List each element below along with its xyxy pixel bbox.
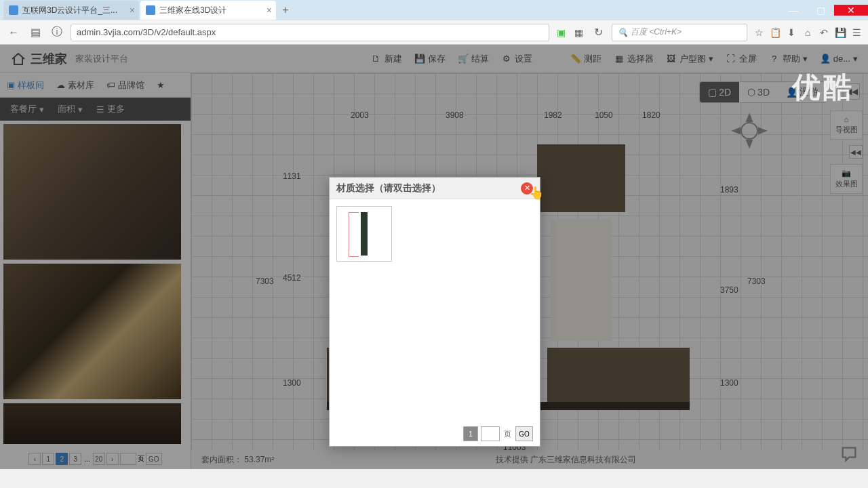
url-text: admin.3vjia.com/3D/v2/default.aspx xyxy=(77,27,216,37)
window-maximize-button[interactable]: ▢ xyxy=(807,5,834,16)
clipboard-icon[interactable]: 📋 xyxy=(769,26,781,39)
window-close-button[interactable]: ✕ xyxy=(834,5,868,16)
modal-body xyxy=(330,199,540,422)
browser-tab-2[interactable]: 三维家在线3D设计 × xyxy=(140,1,276,20)
modal-close-button[interactable]: ✕ xyxy=(521,182,533,195)
undo-icon[interactable]: ↶ xyxy=(818,26,830,39)
tab-favicon xyxy=(146,5,155,15)
material-preview xyxy=(361,212,368,256)
tab-favicon xyxy=(9,5,18,15)
save-page-icon[interactable]: 💾 xyxy=(834,26,846,39)
qr-icon[interactable]: ▦ xyxy=(572,26,585,39)
modal-title: 材质选择（请双击选择） xyxy=(336,182,441,195)
info-icon[interactable]: ⓘ xyxy=(49,24,65,41)
tab-title: 互联网3D云设计平台_三... xyxy=(22,5,117,16)
modal-page-label: 页 xyxy=(502,429,513,439)
tab-close-icon[interactable]: × xyxy=(267,5,272,16)
modal-page-current[interactable]: 1 xyxy=(463,426,478,441)
material-modal: 材质选择（请双击选择） ✕ 1 页 GO xyxy=(329,177,540,447)
modal-page-input[interactable] xyxy=(481,426,500,441)
modal-go-button[interactable]: GO xyxy=(515,426,533,441)
url-bar: ← ▤ ⓘ admin.3vjia.com/3D/v2/default.aspx… xyxy=(0,20,868,45)
material-item[interactable] xyxy=(336,206,392,262)
url-input[interactable]: admin.3vjia.com/3D/v2/default.aspx xyxy=(71,24,549,41)
search-input[interactable]: 🔍 百度 <Ctrl+K> xyxy=(612,24,747,41)
back-button[interactable]: ← xyxy=(5,24,22,41)
new-tab-button[interactable]: + xyxy=(277,2,294,18)
shield-icon[interactable]: ▣ xyxy=(555,26,567,39)
reload-button[interactable]: ↻ xyxy=(590,24,606,41)
browser-tab-1[interactable]: 互联网3D云设计平台_三... × xyxy=(3,1,139,20)
download-icon[interactable]: ⬇ xyxy=(785,26,797,39)
search-icon: 🔍 xyxy=(618,28,628,37)
reader-icon[interactable]: ▤ xyxy=(27,24,43,41)
modal-header: 材质选择（请双击选择） ✕ xyxy=(330,178,540,199)
modal-footer: 1 页 GO xyxy=(330,422,540,446)
tab-close-icon[interactable]: × xyxy=(130,5,135,16)
tab-title: 三维家在线3D设计 xyxy=(159,5,226,16)
home-icon[interactable]: ⌂ xyxy=(802,26,814,39)
search-placeholder: 百度 <Ctrl+K> xyxy=(631,26,682,38)
app-root: 三维家 家装设计平台 🗋新建 💾保存 🛒结算 ⚙设置 📏测距 ▦选择器 🖼户型图… xyxy=(0,45,868,469)
menu-icon[interactable]: ☰ xyxy=(850,26,863,39)
window-minimize-button[interactable]: — xyxy=(780,5,807,16)
browser-tabs-bar: 互联网3D云设计平台_三... × 三维家在线3D设计 × + — ▢ ✕ xyxy=(0,0,868,20)
star-icon[interactable]: ☆ xyxy=(753,26,765,39)
